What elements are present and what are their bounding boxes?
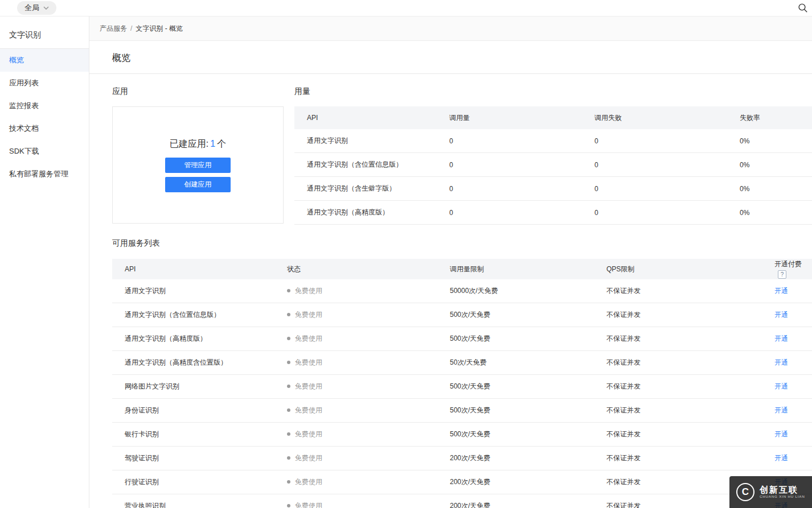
service-status-cell: 免费使用 xyxy=(274,423,437,447)
usage-api-name: 通用文字识别 xyxy=(294,129,437,153)
built-apps-line: 已建应用:1个 xyxy=(170,138,226,150)
service-action-cell: 开通 xyxy=(762,279,812,303)
activate-link[interactable]: 开通 xyxy=(774,382,788,390)
services-col-billing: 开通付费? xyxy=(762,259,812,279)
built-apps-count: 1 xyxy=(210,139,215,148)
service-api-name: 行驶证识别 xyxy=(112,470,274,494)
sidebar: 文字识别 概览 应用列表 监控报表 技术文档 SDK下载 私有部署服务管理 xyxy=(0,16,89,508)
service-qps: 不保证并发 xyxy=(594,327,762,351)
sidebar-item-app-list[interactable]: 应用列表 xyxy=(0,72,89,94)
topbar: 全局 xyxy=(0,0,812,16)
usage-failures: 0 xyxy=(582,129,727,153)
service-status: 免费使用 xyxy=(295,382,322,390)
service-limit: 500次/天免费 xyxy=(437,375,594,399)
usage-col-calls: 调用量 xyxy=(437,106,582,129)
status-dot-icon xyxy=(287,337,290,340)
service-api-name: 营业执照识别 xyxy=(112,494,274,508)
service-status: 免费使用 xyxy=(295,287,322,295)
activate-link[interactable]: 开通 xyxy=(774,430,788,438)
services-section-heading: 可用服务列表 xyxy=(112,237,812,249)
service-row: 网络图片文字识别 免费使用 500次/天免费 不保证并发 开通 xyxy=(112,375,812,399)
service-row: 通用文字识别 免费使用 50000次/天免费 不保证并发 开通 xyxy=(112,279,812,303)
service-limit: 500次/天免费 xyxy=(437,327,594,351)
services-col-status: 状态 xyxy=(274,259,437,279)
service-action-cell: 开通 xyxy=(762,399,812,423)
usage-failures: 0 xyxy=(582,153,727,177)
usage-row: 通用文字识别 0 0 0% xyxy=(294,129,812,153)
status-dot-icon xyxy=(287,289,290,292)
service-row: 通用文字识别（高精度含位置版） 免费使用 50次/天免费 不保证并发 开通 xyxy=(112,351,812,375)
activate-link[interactable]: 开通 xyxy=(774,311,788,319)
service-status: 免费使用 xyxy=(295,311,322,319)
create-app-button[interactable]: 创建应用 xyxy=(165,177,231,192)
service-status-cell: 免费使用 xyxy=(274,303,437,327)
service-api-name: 银行卡识别 xyxy=(112,423,274,447)
watermark-text: 创新互联 CHUANG XIN HU LIAN xyxy=(760,485,812,500)
built-apps-unit: 个 xyxy=(217,139,226,148)
service-row: 营业执照识别 免费使用 200次/天免费 不保证并发 开通 xyxy=(112,494,812,508)
service-status: 免费使用 xyxy=(295,502,322,508)
activate-link[interactable]: 开通 xyxy=(774,334,788,342)
service-action-cell: 开通 xyxy=(762,423,812,447)
service-api-name: 通用文字识别（高精度版） xyxy=(112,327,274,351)
service-limit: 200次/天免费 xyxy=(437,470,594,494)
status-dot-icon xyxy=(287,385,290,388)
service-api-name: 驾驶证识别 xyxy=(112,447,274,470)
usage-failure-rate: 0% xyxy=(727,177,812,201)
service-status-cell: 免费使用 xyxy=(274,470,437,494)
services-col-qps: QPS限制 xyxy=(594,259,762,279)
usage-calls: 0 xyxy=(437,177,582,201)
breadcrumb-separator: / xyxy=(130,24,132,32)
usage-calls: 0 xyxy=(437,201,582,225)
service-api-name: 网络图片文字识别 xyxy=(112,375,274,399)
service-status: 免费使用 xyxy=(295,430,322,438)
service-qps: 不保证并发 xyxy=(594,423,762,447)
usage-api-name: 通用文字识别（含位置信息版） xyxy=(294,153,437,177)
app-card: 已建应用:1个 管理应用 创建应用 xyxy=(112,106,284,224)
usage-calls: 0 xyxy=(437,153,582,177)
activate-link[interactable]: 开通 xyxy=(774,287,788,295)
service-qps: 不保证并发 xyxy=(594,399,762,423)
page-title-row: 概览 xyxy=(89,41,812,74)
service-status-cell: 免费使用 xyxy=(274,351,437,375)
activate-link[interactable]: 开通 xyxy=(774,454,788,462)
sidebar-item-sdk-download[interactable]: SDK下载 xyxy=(0,140,89,163)
manage-app-button[interactable]: 管理应用 xyxy=(165,158,231,173)
watermark: C 创新互联 CHUANG XIN HU LIAN xyxy=(729,476,812,508)
usage-col-api: API xyxy=(294,106,437,129)
sidebar-title: 文字识别 xyxy=(0,16,89,49)
sidebar-item-overview[interactable]: 概览 xyxy=(0,49,89,72)
activate-link[interactable]: 开通 xyxy=(774,406,788,414)
usage-table-header-row: API 调用量 调用失败 失败率 xyxy=(294,106,812,129)
service-status: 免费使用 xyxy=(295,406,322,414)
service-row: 身份证识别 免费使用 500次/天免费 不保证并发 开通 xyxy=(112,399,812,423)
region-selector[interactable]: 全局 xyxy=(17,1,56,15)
breadcrumb-product-services[interactable]: 产品服务 xyxy=(100,24,127,34)
service-status: 免费使用 xyxy=(295,478,322,486)
service-status-cell: 免费使用 xyxy=(274,327,437,351)
search-icon[interactable] xyxy=(798,3,808,13)
service-row: 通用文字识别（含位置信息版） 免费使用 500次/天免费 不保证并发 开通 xyxy=(112,303,812,327)
sidebar-menu: 概览 应用列表 监控报表 技术文档 SDK下载 私有部署服务管理 xyxy=(0,49,89,185)
status-dot-icon xyxy=(287,456,290,460)
services-col-limit: 调用量限制 xyxy=(437,259,594,279)
service-action-cell: 开通 xyxy=(762,375,812,399)
service-qps: 不保证并发 xyxy=(594,375,762,399)
region-label: 全局 xyxy=(24,3,39,13)
status-dot-icon xyxy=(287,480,290,484)
help-icon[interactable]: ? xyxy=(778,270,786,279)
usage-failure-rate: 0% xyxy=(727,153,812,177)
sidebar-item-monitor-reports[interactable]: 监控报表 xyxy=(0,94,89,117)
service-action-cell: 开通 xyxy=(762,351,812,375)
built-apps-label: 已建应用: xyxy=(170,139,208,148)
sidebar-item-private-deploy[interactable]: 私有部署服务管理 xyxy=(0,163,89,185)
usage-col-failures: 调用失败 xyxy=(582,106,727,129)
activate-link[interactable]: 开通 xyxy=(774,358,788,366)
usage-col-failure-rate: 失败率 xyxy=(727,106,812,129)
service-limit: 200次/天免费 xyxy=(437,447,594,470)
status-dot-icon xyxy=(287,313,290,316)
service-row: 通用文字识别（高精度版） 免费使用 500次/天免费 不保证并发 开通 xyxy=(112,327,812,351)
sidebar-item-tech-docs[interactable]: 技术文档 xyxy=(0,117,89,140)
service-qps: 不保证并发 xyxy=(594,279,762,303)
service-limit: 50000次/天免费 xyxy=(437,279,594,303)
